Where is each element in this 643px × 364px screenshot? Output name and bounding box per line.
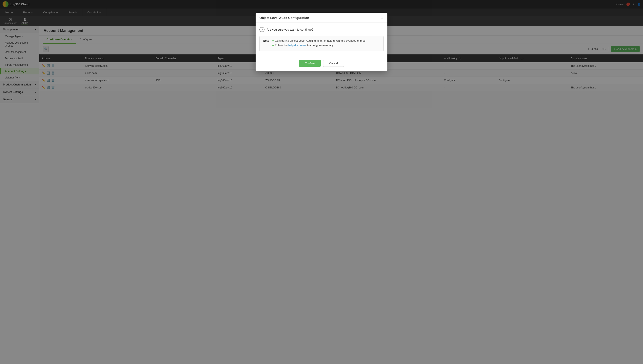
modal-title: Object Level Audit Configuration	[260, 16, 309, 20]
bullet-icon-2	[272, 45, 274, 46]
bullet-icon	[272, 40, 274, 42]
question-text: Are you sure you want to continue?	[267, 28, 313, 31]
modal-question: ? Are you sure you want to continue?	[260, 27, 384, 32]
modal-dialog: Object Level Audit Configuration ✕ ? Are…	[256, 13, 388, 71]
note-text-2: Follow the help document to configure ma…	[275, 44, 334, 47]
modal-overlay: Object Level Audit Configuration ✕ ? Are…	[0, 0, 643, 364]
note-box: Note Configuring Object Level Auditing m…	[260, 36, 384, 51]
question-icon: ?	[260, 27, 264, 32]
modal-footer: Confirm Cancel	[256, 60, 388, 71]
confirm-button[interactable]: Confirm	[299, 60, 321, 67]
note-label: Note	[263, 39, 272, 48]
modal-header: Object Level Audit Configuration ✕	[256, 13, 388, 23]
note-item-1: Configuring Object Level Auditing might …	[272, 39, 380, 42]
help-document-link[interactable]: help document	[288, 44, 306, 47]
note-text-1: Configuring Object Level Auditing might …	[275, 39, 366, 42]
note-item-2: Follow the help document to configure ma…	[272, 44, 380, 47]
note-items: Configuring Object Level Auditing might …	[272, 39, 380, 48]
modal-close-button[interactable]: ✕	[380, 16, 384, 20]
modal-body: ? Are you sure you want to continue? Not…	[256, 23, 388, 60]
note-content: Note Configuring Object Level Auditing m…	[263, 39, 380, 48]
cancel-button[interactable]: Cancel	[323, 60, 344, 67]
